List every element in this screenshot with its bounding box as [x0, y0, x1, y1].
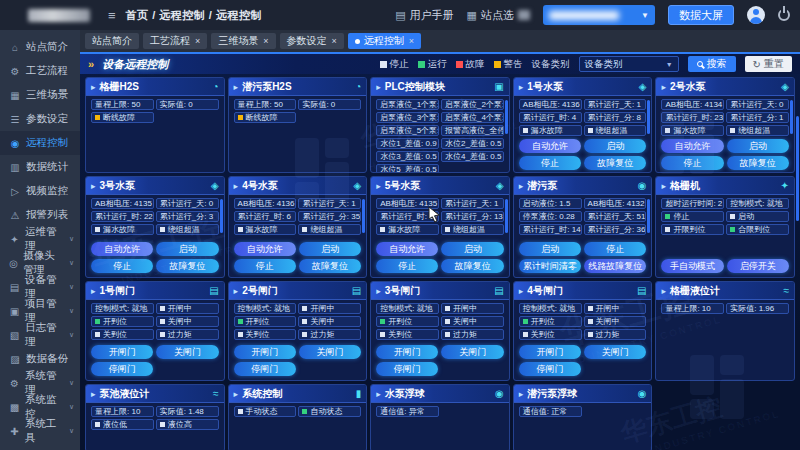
scrollbar-thumb[interactable]	[796, 116, 799, 221]
device-card-body: 量程上限: 50实际值: 0断线故障	[229, 96, 367, 123]
collapse-menu-icon[interactable]: ≡	[108, 8, 116, 23]
停止-button[interactable]: 停止	[376, 259, 438, 273]
停闸门-button[interactable]: 停闸门	[91, 362, 153, 376]
card-scrollbar-thumb[interactable]	[647, 199, 650, 233]
status-label: 开闸中	[310, 303, 334, 314]
故障复位-button[interactable]: 故障复位	[299, 259, 361, 273]
device-card-header: ▸格栅H2S◔	[86, 78, 224, 96]
sidebar-item-参数设定[interactable]: ☰参数设定	[0, 107, 80, 131]
启动-button[interactable]: 启动	[156, 242, 218, 256]
status-indicator: 绕组超温	[584, 125, 647, 136]
手自动模式-button[interactable]: 手自动模式	[661, 259, 723, 273]
线路故障复位-button[interactable]: 线路故障复位	[584, 259, 646, 273]
sidebar-item-数据备份[interactable]: ▨数据备份	[0, 347, 80, 371]
device-card-body: 超时运行时间: 2控制模式: 就地停止启动开限到位合限到位	[656, 195, 794, 235]
sidebar-item-三维场景[interactable]: ▦三维场景	[0, 83, 80, 107]
sidebar-item-系统工具[interactable]: ✚系统工具∨	[0, 419, 80, 443]
sidebar-item-视频监控[interactable]: ▷视频监控	[0, 179, 80, 203]
sidebar-item-项目管理[interactable]: ▣项目管理∨	[0, 299, 80, 323]
data-screen-button[interactable]: 数据大屏	[668, 5, 734, 25]
累计时间清零-button[interactable]: 累计时间清零	[519, 259, 581, 273]
tab-close-icon[interactable]: ×	[263, 36, 268, 46]
启动-button[interactable]: 启动	[584, 139, 646, 153]
card-scrollbar-thumb[interactable]	[505, 100, 508, 134]
停闸门-button[interactable]: 停闸门	[234, 362, 296, 376]
sidebar-item-日志管理[interactable]: ▧日志管理∨	[0, 323, 80, 347]
启动-button[interactable]: 启动	[519, 242, 581, 256]
tab-远程控制[interactable]: 远程控制×	[348, 33, 421, 49]
tab-三维场景[interactable]: 三维场景×	[211, 33, 275, 49]
category-select[interactable]: 设备类别 ▼	[579, 56, 679, 72]
停止-button[interactable]: 停止	[91, 259, 153, 273]
停止-button[interactable]: 停止	[234, 259, 296, 273]
故障复位-button[interactable]: 故障复位	[727, 156, 789, 170]
故障复位-button[interactable]: 故障复位	[156, 259, 218, 273]
开闸门-button[interactable]: 开闸门	[519, 345, 581, 359]
开闸门-button[interactable]: 开闸门	[234, 345, 296, 359]
card-scrollbar-thumb[interactable]	[647, 100, 650, 134]
sidebar-item-数据统计[interactable]: ▥数据统计	[0, 155, 80, 179]
故障复位-button[interactable]: 故障复位	[441, 259, 503, 273]
power-icon[interactable]	[778, 9, 790, 21]
status-lamp	[302, 319, 307, 324]
sidebar-item-报警列表[interactable]: ⚠报警列表	[0, 203, 80, 227]
device-card-header: ▸2号水泵◈	[656, 78, 794, 96]
停闸门-button[interactable]: 停闸门	[519, 362, 581, 376]
card-scrollbar-thumb[interactable]	[505, 199, 508, 233]
tab-站点简介[interactable]: 站点简介	[85, 33, 139, 49]
status-label: 漏水故障	[246, 224, 278, 235]
tab-close-icon[interactable]: ×	[332, 36, 337, 46]
停止-button[interactable]: 停止	[519, 156, 581, 170]
tab-close-icon[interactable]: ×	[195, 36, 200, 46]
chevron-down-icon: ∨	[69, 235, 74, 243]
device-card-header: ▸PLC控制模块▣	[371, 78, 509, 96]
sidebar-item-工艺流程[interactable]: ⚙工艺流程	[0, 59, 80, 83]
device-card-title: 4号水泵	[242, 179, 278, 193]
search-button[interactable]: 搜索	[688, 56, 736, 72]
reset-button[interactable]: ↻ 重置	[745, 56, 792, 72]
启动-button[interactable]: 启动	[299, 242, 361, 256]
自动允许-button[interactable]: 自动允许	[234, 242, 296, 256]
sidebar-item-站点简介[interactable]: ⌂站点简介	[0, 35, 80, 59]
故障复位-button[interactable]: 故障复位	[584, 156, 646, 170]
自动允许-button[interactable]: 自动允许	[661, 139, 723, 153]
avatar[interactable]	[747, 6, 765, 24]
启动-button[interactable]: 启动	[441, 242, 503, 256]
user-manual-link[interactable]: ▤ 用户手册	[395, 8, 453, 23]
sidebar-item-系统管理[interactable]: ⚙系统管理∨	[0, 371, 80, 395]
停闸门-button[interactable]: 停闸门	[376, 362, 438, 376]
status-indicator: 过力矩	[584, 329, 647, 340]
gauge-icon: ◔	[355, 81, 361, 92]
tab-close-icon[interactable]: ×	[409, 36, 414, 46]
status-label: 关到位	[388, 329, 412, 340]
sidebar-item-运维管理[interactable]: ✦运维管理∨	[0, 227, 80, 251]
status-lamp	[523, 128, 528, 133]
关闸门-button[interactable]: 关闸门	[584, 345, 646, 359]
sidebar-item-设备管理[interactable]: ▤设备管理∨	[0, 275, 80, 299]
关闸门-button[interactable]: 关闸门	[299, 345, 361, 359]
自动允许-button[interactable]: 自动允许	[519, 139, 581, 153]
status-indicator: 绕组超温	[441, 224, 504, 235]
停止-button[interactable]: 停止	[661, 156, 723, 170]
自动允许-button[interactable]: 自动允许	[376, 242, 438, 256]
tab-参数设定[interactable]: 参数设定×	[280, 33, 344, 49]
开闸门-button[interactable]: 开闸门	[91, 345, 153, 359]
tab-工艺流程[interactable]: 工艺流程×	[143, 33, 207, 49]
关闸门-button[interactable]: 关闸门	[441, 345, 503, 359]
启动-button[interactable]: 启动	[727, 139, 789, 153]
tab-active-dot	[355, 39, 360, 44]
开闸门-button[interactable]: 开闸门	[376, 345, 438, 359]
停止-button[interactable]: 停止	[584, 242, 646, 256]
device-card-title: 格栅H2S	[100, 80, 139, 94]
启停开关-button[interactable]: 启停开关	[727, 259, 789, 273]
site-select-dropdown[interactable]: ▼	[543, 5, 655, 25]
card-scrollbar-thumb[interactable]	[790, 100, 793, 134]
card-scrollbar-thumb[interactable]	[220, 199, 223, 233]
关闸门-button[interactable]: 关闸门	[156, 345, 218, 359]
sidebar-item-远程控制[interactable]: ◉远程控制	[0, 131, 80, 155]
page-title: 设备远程控制	[102, 57, 168, 72]
自动允许-button[interactable]: 自动允许	[91, 242, 153, 256]
sidebar-item-系统监控[interactable]: ▩系统监控∨	[0, 395, 80, 419]
sidebar-item-摄像头管理[interactable]: ◎摄像头管理∨	[0, 251, 80, 275]
card-scrollbar-thumb[interactable]	[362, 199, 365, 233]
